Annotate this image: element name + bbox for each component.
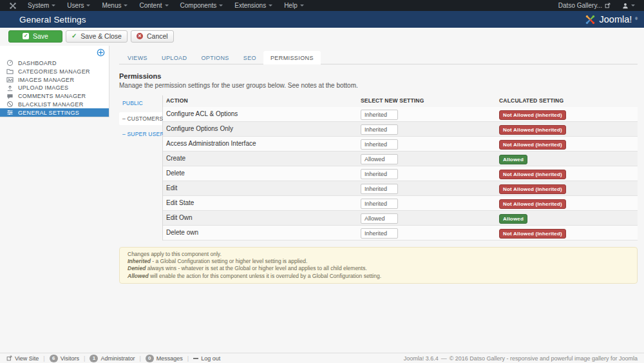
setting-select[interactable]: Allowed bbox=[361, 154, 398, 164]
chevron-down-icon bbox=[300, 5, 304, 6]
user-menu[interactable] bbox=[616, 3, 638, 9]
setting-select[interactable]: Inherited bbox=[361, 184, 398, 194]
sidebar-toggle-icon[interactable] bbox=[97, 48, 105, 57]
note-line: Allowed will enable the action for this … bbox=[128, 273, 629, 280]
view-site-label: View Site bbox=[15, 355, 39, 362]
note-text: - a Global Configuration setting or high… bbox=[151, 258, 307, 264]
setting-select[interactable]: Inherited bbox=[361, 124, 398, 135]
joomla-brand-icon bbox=[584, 14, 596, 25]
sidebar-item-dashboard[interactable]: DASHBOARD bbox=[0, 59, 109, 68]
separator: | bbox=[43, 355, 44, 362]
view-site-link[interactable]: View Site bbox=[6, 355, 39, 362]
calculated-setting-badge: Not Allowed (Inherited) bbox=[499, 229, 566, 239]
messages-label: Messages bbox=[156, 355, 183, 362]
tab-permissions[interactable]: PERMISSIONS bbox=[263, 51, 321, 64]
setting-select[interactable]: Inherited bbox=[361, 199, 398, 209]
menu-content-label: Content bbox=[139, 2, 162, 9]
sidebar-item-comments-manager[interactable]: COMMENTS MANAGER bbox=[0, 92, 109, 101]
group-tab-public[interactable]: PUBLIC bbox=[119, 97, 162, 110]
action-label: Access Administration Interface bbox=[163, 140, 361, 147]
tab-seo[interactable]: SEO bbox=[236, 51, 263, 64]
messages-link[interactable]: 0 Messages bbox=[146, 355, 183, 362]
group-tab-super-users[interactable]: – SUPER USERS bbox=[119, 128, 162, 141]
table-row: Access Administration Interface Inherite… bbox=[163, 137, 638, 152]
table-row: Delete Inherited Not Allowed (Inherited) bbox=[163, 166, 638, 181]
menu-help-label: Help bbox=[284, 2, 298, 9]
chevron-down-icon bbox=[165, 5, 169, 6]
menu-extensions[interactable]: Extensions bbox=[229, 0, 278, 11]
separator: | bbox=[84, 355, 85, 362]
sidebar-item-upload-images[interactable]: UPLOAD IMAGES bbox=[0, 84, 109, 92]
copyright-text: © 2016 Datso Gallery - responsive and po… bbox=[450, 355, 638, 362]
footer-credits: Joomla! 3.6.4 — © 2016 Datso Gallery - r… bbox=[404, 355, 638, 362]
sidebar-item-images-manager[interactable]: IMAGES MANAGER bbox=[0, 75, 109, 84]
logout-link[interactable]: Log out bbox=[193, 355, 220, 362]
action-label: Edit bbox=[163, 184, 361, 191]
action-label: Create bbox=[163, 155, 361, 162]
menu-system-label: System bbox=[28, 2, 49, 9]
menu-menus[interactable]: Menus bbox=[96, 0, 133, 11]
administrator-link[interactable]: 1 Administrator bbox=[90, 355, 135, 362]
setting-select[interactable]: Inherited bbox=[361, 228, 398, 239]
permissions-notes: Changes apply to this component only. In… bbox=[119, 247, 638, 284]
tab-options[interactable]: OPTIONS bbox=[194, 51, 236, 64]
permissions-panel: PUBLIC – CUSTOMERS – SUPER USERS ACTION … bbox=[119, 95, 638, 240]
user-group-tabs: PUBLIC – CUSTOMERS – SUPER USERS bbox=[119, 95, 163, 240]
setting-select[interactable]: Inherited bbox=[361, 169, 398, 179]
table-row: Edit Own Allowed Allowed bbox=[163, 211, 638, 226]
save-close-button-label: Save & Close bbox=[80, 33, 122, 40]
title-bar: General Settings Joomla!® bbox=[0, 11, 644, 28]
note-line: Denied always wins - whatever is set at … bbox=[128, 265, 629, 272]
table-body: Configure ACL & Options Inherited Not Al… bbox=[163, 107, 638, 240]
note-text: always wins - whatever is set at the Glo… bbox=[146, 265, 366, 271]
sidebar-item-label: UPLOAD IMAGES bbox=[18, 84, 68, 91]
sidebar-item-general-settings[interactable]: GENERAL SETTINGS bbox=[0, 108, 109, 117]
menu-content[interactable]: Content bbox=[133, 0, 174, 11]
save-close-button[interactable]: ✓ Save & Close bbox=[66, 30, 128, 43]
chevron-down-icon bbox=[124, 5, 128, 6]
action-label: Configure ACL & Options bbox=[163, 110, 361, 117]
site-preview-link[interactable]: Datso Gallery... bbox=[553, 2, 616, 9]
sidebar-item-label: IMAGES MANAGER bbox=[18, 77, 74, 83]
note-line: Inherited - a Global Configuration setti… bbox=[128, 258, 629, 265]
sidebar-item-blacklist-manager[interactable]: BLACKLIST MANAGER bbox=[0, 100, 109, 108]
cancel-button[interactable]: ✕ Cancel bbox=[131, 30, 174, 43]
action-label: Delete bbox=[163, 170, 361, 177]
view-site-icon bbox=[6, 355, 12, 361]
visitors-link[interactable]: 6 Visitors bbox=[50, 355, 79, 362]
joomla-brand: Joomla!® bbox=[584, 14, 638, 25]
action-label: Edit State bbox=[163, 199, 361, 206]
status-bar: View Site | 6 Visitors | 1 Administrator… bbox=[0, 353, 644, 363]
calculated-setting-badge: Allowed bbox=[499, 155, 527, 164]
menu-help[interactable]: Help bbox=[278, 0, 310, 11]
menu-menus-label: Menus bbox=[102, 2, 121, 9]
chevron-down-icon bbox=[86, 5, 90, 6]
save-button[interactable]: ✓ Save bbox=[8, 30, 62, 43]
separator: | bbox=[187, 355, 189, 362]
note-line: Changes apply to this component only. bbox=[128, 251, 629, 258]
toolbar: ✓ Save ✓ Save & Close ✕ Cancel bbox=[0, 28, 644, 46]
table-row: Configure ACL & Options Inherited Not Al… bbox=[163, 107, 638, 122]
upload-icon bbox=[6, 84, 14, 92]
note-lead: Inherited bbox=[128, 258, 151, 264]
table-row: Edit Inherited Not Allowed (Inherited) bbox=[163, 181, 638, 196]
admin-count-badge: 1 bbox=[90, 355, 98, 362]
tab-upload[interactable]: UPLOAD bbox=[155, 51, 194, 64]
note-text: Changes apply to this component only. bbox=[128, 251, 222, 257]
page-title: General Settings bbox=[19, 15, 86, 25]
menu-users[interactable]: Users bbox=[61, 0, 96, 11]
setting-select[interactable]: Inherited bbox=[361, 110, 398, 120]
menu-users-label: Users bbox=[67, 2, 84, 9]
save-check-icon: ✓ bbox=[23, 33, 29, 39]
group-tab-customers[interactable]: – CUSTOMERS bbox=[119, 112, 162, 125]
setting-select[interactable]: Inherited bbox=[361, 139, 398, 150]
main-content: VIEWS UPLOAD OPTIONS SEO PERMISSIONS Per… bbox=[109, 46, 644, 284]
setting-select[interactable]: Allowed bbox=[361, 213, 398, 224]
sidebar-item-label: CATEGORIES MANAGER bbox=[18, 68, 90, 75]
menu-system[interactable]: System bbox=[22, 0, 61, 11]
check-icon: ✓ bbox=[71, 33, 77, 39]
menu-components[interactable]: Components bbox=[175, 0, 229, 11]
tab-views[interactable]: VIEWS bbox=[120, 51, 155, 64]
sidebar-item-categories-manager[interactable]: CATEGORIES MANAGER bbox=[0, 67, 109, 75]
sidebar-item-label: COMMENTS MANAGER bbox=[18, 93, 86, 99]
